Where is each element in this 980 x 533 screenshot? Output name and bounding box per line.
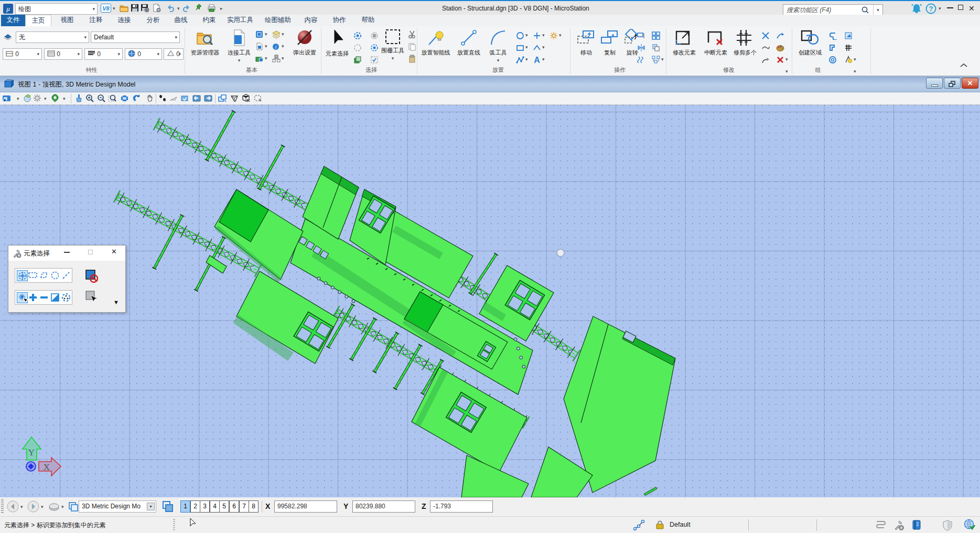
svg-text:X: X (44, 462, 50, 472)
svg-text:?: ? (929, 5, 933, 13)
svg-text:Y: Y (28, 447, 35, 457)
svg-text:μ: μ (6, 5, 10, 13)
svg-text:V8: V8 (102, 5, 110, 12)
svg-text:A: A (534, 56, 540, 64)
